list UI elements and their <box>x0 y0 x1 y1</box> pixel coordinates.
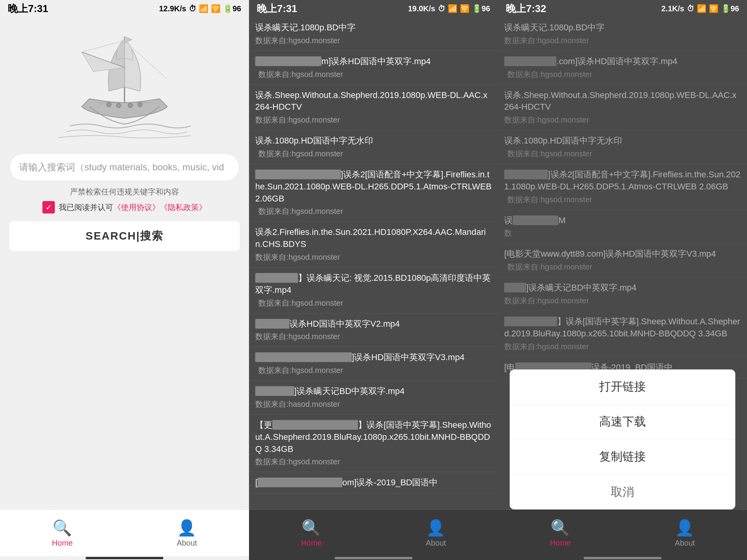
about-label-2: About <box>426 539 446 548</box>
search-button[interactable]: SEARCH|搜索 <box>9 221 240 251</box>
nav-about-2[interactable]: 👤 About <box>426 519 446 548</box>
battery-icon-2: 🔋96 <box>472 4 490 13</box>
result-source: 数据来自:hgsod.monster <box>507 262 741 272</box>
home-icon-1: 🔍 <box>53 519 72 537</box>
status-icons-1: 12.9K/s ⏱ 📶 🛜 🔋96 <box>159 4 241 13</box>
nav-home-2[interactable]: 🔍 Home <box>301 519 322 548</box>
agreement-link-2[interactable]: 《隐私政策》 <box>160 203 207 212</box>
result-item[interactable]: 【更多资源请访问电影天堂】误杀[国语中英字幕].Sheep.Without.A.… <box>249 415 498 472</box>
timer-icon-2: ⏱ <box>438 4 445 13</box>
warning-text: 严禁检索任何违规关键字和内容 <box>70 187 179 197</box>
popup-copy-link[interactable]: 复制链接 <box>510 439 735 474</box>
about-icon-3: 👤 <box>675 519 694 537</box>
svg-point-7 <box>128 103 133 108</box>
result-title: 误杀.1080p.HD国语中字无水印 <box>504 135 741 147</box>
agreement-link-1[interactable]: 《使用协议》 <box>113 203 160 212</box>
result-source: 数据来自:hgsod.monster <box>504 115 741 125</box>
agreement-row: ✓ 我已阅读并认可《使用协议》《隐私政策》 <box>42 201 207 214</box>
home-label-3: Home <box>550 539 571 548</box>
result-source: 数据来自:hgsod.monster <box>255 331 492 342</box>
result-item[interactable]: 误杀瞒天记.1080p.BD中字 数据来自:hgsod.monster <box>249 17 498 51</box>
popup-cancel[interactable]: 取消 <box>510 474 735 509</box>
signal-icon-2: 📶 <box>448 4 458 13</box>
result-item: [电影天堂www.dytt89.com]误杀HD国语中英双字V3.mp4 数据来… <box>498 243 747 277</box>
result-item[interactable]: 误杀.1080p.HD国语中字无水印 数据来自:hgsod.monster <box>249 130 498 164</box>
home-label-1: Home <box>52 539 73 548</box>
result-title: [电影天堂www.dytt89.com]误杀HD国语中英双字V3.mp4 <box>504 248 741 260</box>
bottom-nav-2: 🔍 Home 👤 About <box>249 509 498 556</box>
nav-about-1[interactable]: 👤 About <box>177 519 197 548</box>
nav-about-3[interactable]: 👤 About <box>675 519 695 548</box>
popup-overlay: 打开链接 高速下载 复制链接 取消 <box>498 369 747 513</box>
about-label-1: About <box>177 539 197 548</box>
wifi-icon-3: 🛜 <box>709 4 719 13</box>
popup-menu: 打开链接 高速下载 复制链接 取消 <box>510 369 735 509</box>
battery-icon-3: 🔋96 <box>721 4 739 13</box>
result-item[interactable]: 误杀2.Fireflies.in.the.Sun.2021.HD1080P.X2… <box>249 222 498 268</box>
result-source: 数据来自:hgsod.monster <box>255 115 492 125</box>
popup-fast-download[interactable]: 高速下载 <box>510 404 735 439</box>
result-source: 数据来自:hgsod.monster <box>255 457 492 467</box>
result-item[interactable]: 电影天堂误杀HD国语中英双字V2.mp4 数据来自:hgsod.monster <box>249 313 498 347</box>
result-title: 误杀.1080p.HD国语中字无水印 <box>255 135 492 147</box>
search-input[interactable]: 请输入搜索词（study materials, books, music, vi… <box>9 153 240 181</box>
result-item[interactable]: 电影天堂www.dytt89.com]误杀HD国语中英双字V3.mp4 数据来自… <box>249 347 498 381</box>
result-title: 电影天堂n]误杀瞒天记BD中英双字.mp4 <box>255 385 492 397</box>
wifi-icon-1: 🛜 <box>211 4 221 13</box>
result-item[interactable]: 电影天堂wwwme.com ]误杀2[国语配音+中文字幕].Fireflies.… <box>249 164 498 222</box>
result-title: 误杀.Sheep.Without.a.Shepherd.2019.1080p.W… <box>504 89 741 114</box>
panel-popup: 晚上7:32 2.1K/s ⏱ 📶 🛜 🔋96 误杀瞒天记.1080p.BD中字… <box>498 0 747 560</box>
home-indicator-2 <box>249 556 498 560</box>
result-item: 误杀.1080p.HD国语中字无水印 数据来自:hgsod.monster <box>498 130 747 164</box>
result-source: 数据来自:hgsod.monster <box>507 69 741 80</box>
result-title: 电影n]误杀瞒天记BD中英双字.mp4 <box>504 282 741 294</box>
result-source: 数 <box>504 228 741 238</box>
result-item[interactable]: [电影天堂www.dytt89.com]误杀-2019_BD国语中 <box>249 472 498 494</box>
home-indicator-1 <box>0 556 249 560</box>
svg-point-5 <box>107 102 111 107</box>
result-title: 电影天堂wwwme.com ]误杀2[国语配音+中文字幕].Fireflies.… <box>255 169 492 205</box>
timer-icon: ⏱ <box>189 4 196 13</box>
popup-open-link[interactable]: 打开链接 <box>510 369 735 404</box>
result-item: 误杀2.FirefliesM 数 <box>498 210 747 244</box>
time-1: 晚上7:31 <box>8 2 48 16</box>
result-item[interactable]: 误杀.Sheep.Without.a.Shepherd.2019.1080p.W… <box>249 85 498 131</box>
result-source: 数据来自:hgsod.monster <box>507 149 741 159</box>
svg-point-8 <box>138 102 142 107</box>
result-title: 误杀2.Fireflies.in.the.Sun.2021.HD1080P.X2… <box>255 226 492 250</box>
status-icons-2: 19.0K/s ⏱ 📶 🛜 🔋96 <box>408 4 490 13</box>
home-bar-3 <box>584 557 661 559</box>
signal-icon-1: 📶 <box>199 4 209 13</box>
result-title: 电影天堂www.dytt89.com]误杀HD国语中英双字V3.mp4 <box>255 352 492 364</box>
result-title: 误杀瞒天记.1080p.BD中字 <box>504 22 741 34</box>
speed-2: 19.0K/s <box>408 4 435 13</box>
result-title: 电影天堂cc】误杀瞒天记: 视觉.2015.BD1080p高清印度语中英双字.m… <box>255 272 492 296</box>
home-icon-3: 🔍 <box>551 519 570 537</box>
result-item[interactable]: 电影天堂n]误杀瞒天记BD中英双字.mp4 数据来自:hasod.monster <box>249 381 498 415</box>
ship-svg <box>58 29 191 145</box>
nav-home-3[interactable]: 🔍 Home <box>550 519 571 548</box>
search-section: 请输入搜索词（study materials, books, music, vi… <box>0 153 249 251</box>
result-item[interactable]: 电影天堂cc】误杀瞒天记: 视觉.2015.BD1080p高清印度语中英双字.m… <box>249 268 498 313</box>
agreement-checkbox[interactable]: ✓ <box>42 201 55 214</box>
status-bar-2: 晚上7:31 19.0K/s ⏱ 📶 🛜 🔋96 <box>249 0 498 17</box>
status-icons-3: 2.1K/s ⏱ 📶 🛜 🔋96 <box>661 4 739 13</box>
nav-home-1[interactable]: 🔍 Home <box>52 519 73 548</box>
result-title: 误杀2.FirefliesM <box>504 215 741 227</box>
result-source: 数据来自:hgsod.monster <box>504 296 741 306</box>
result-title: 电影天堂误杀HD国语中英双字V2.mp4 <box>255 318 492 330</box>
time-2: 晚上7:31 <box>257 2 297 16</box>
about-icon-2: 👤 <box>426 519 445 537</box>
time-3: 晚上7:32 <box>506 2 546 16</box>
result-source: 数据来自:hgsod.monster <box>258 149 492 159</box>
about-label-3: About <box>675 539 695 548</box>
home-content: 请输入搜索词（study materials, books, music, vi… <box>0 17 249 560</box>
result-item[interactable]: 电影天堂www.dytm]误杀HD国语中英双字.mp4 数据来自:hgsod.m… <box>249 51 498 85</box>
result-item: 电影n]误杀瞒天记BD中英双字.mp4 数据来自:hgsod.monster <box>498 277 747 311</box>
result-item: 误杀.Sheep.Without.a.Shepherd.2019.1080p.W… <box>498 85 747 131</box>
timer-icon-3: ⏱ <box>687 4 694 13</box>
home-bar-1 <box>86 557 163 559</box>
result-title: 电影天堂www.dytm]误杀HD国语中英双字.mp4 <box>255 56 492 68</box>
bottom-nav-3: 🔍 Home 👤 About <box>498 509 747 556</box>
svg-point-6 <box>116 103 121 108</box>
